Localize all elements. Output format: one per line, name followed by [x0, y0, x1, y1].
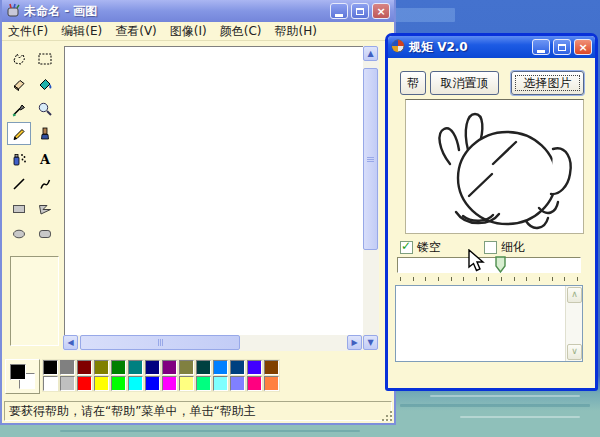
resize-grip[interactable] — [381, 410, 393, 422]
scroll-up-button[interactable]: ∧ — [567, 287, 582, 303]
checkbox-refine[interactable]: 细化 — [484, 239, 525, 256]
tool-airbrush-icon[interactable] — [7, 147, 31, 170]
close-button[interactable]: × — [574, 39, 592, 55]
paint-canvas[interactable] — [64, 46, 364, 336]
palette-row1 — [43, 360, 281, 375]
listbox-scrollbar[interactable]: ∧ ∨ — [565, 286, 582, 361]
color-swatch[interactable] — [213, 376, 228, 391]
color-swatch[interactable] — [230, 376, 245, 391]
minimize-button[interactable] — [330, 3, 348, 19]
thumb-grip — [367, 157, 374, 162]
color-swatch[interactable] — [230, 360, 245, 375]
color-swatch[interactable] — [128, 360, 143, 375]
tool-curve-icon[interactable] — [33, 172, 57, 195]
menu-item[interactable]: 颜色(C) — [220, 23, 262, 40]
canvas-vscrollbar[interactable]: ▲ ▼ — [363, 46, 379, 350]
tool-rectangle-icon[interactable] — [7, 197, 31, 220]
tool-select-icon[interactable] — [33, 47, 57, 70]
menu-item[interactable]: 编辑(E) — [61, 23, 102, 40]
color-swatch[interactable] — [60, 360, 75, 375]
maximize-button[interactable] — [351, 3, 369, 19]
hscroll-thumb[interactable] — [80, 335, 240, 350]
color-swatch[interactable] — [145, 360, 160, 375]
menu-item[interactable]: 帮助(H) — [274, 23, 316, 40]
tool-brush-icon[interactable] — [33, 122, 57, 145]
checkbox-box[interactable] — [400, 241, 413, 254]
scroll-down-button[interactable]: ∨ — [567, 344, 582, 360]
slider-tick — [413, 277, 414, 281]
color-swatch[interactable] — [162, 360, 177, 375]
slider-track[interactable] — [397, 257, 581, 273]
tool-options-box[interactable] — [10, 256, 59, 346]
tool-text-icon[interactable]: A — [33, 147, 57, 170]
select-image-button[interactable]: 选择图片 — [511, 71, 584, 95]
tool-color-picker-icon[interactable] — [7, 97, 31, 120]
wallpaper-streak — [60, 430, 360, 432]
color-swatch[interactable] — [60, 376, 75, 391]
color-swatch[interactable] — [94, 360, 109, 375]
tool-polygon-icon[interactable] — [33, 197, 57, 220]
color-swatch[interactable] — [179, 376, 194, 391]
color-swatch[interactable] — [94, 376, 109, 391]
rabbit-drawing — [406, 100, 583, 233]
color-swatch[interactable] — [213, 360, 228, 375]
color-swatch[interactable] — [77, 376, 92, 391]
tool-window-title-bar[interactable]: 规矩 V2.0 × — [388, 36, 595, 58]
scroll-right-button[interactable]: ▶ — [347, 335, 362, 350]
scroll-up-button[interactable]: ▲ — [363, 46, 378, 61]
tool-rounded-rectangle-icon[interactable] — [33, 222, 57, 245]
tool-eraser-icon[interactable] — [7, 72, 31, 95]
tool-magnifier-icon[interactable] — [33, 97, 57, 120]
paint-title-bar[interactable]: 未命名 - 画图 × — [2, 0, 394, 22]
color-swatch[interactable] — [196, 360, 211, 375]
tool-grid: A — [7, 47, 61, 247]
canvas-hscrollbar[interactable]: ◀ ▶ — [63, 335, 363, 351]
tool-ellipse-icon[interactable] — [7, 222, 31, 245]
color-swatch[interactable] — [111, 360, 126, 375]
cancel-topmost-button[interactable]: 取消置顶 — [430, 71, 499, 95]
help-button[interactable]: 帮 — [400, 71, 426, 95]
color-swatch[interactable] — [247, 360, 262, 375]
vscroll-thumb[interactable] — [363, 68, 378, 250]
menu-item[interactable]: 图像(I) — [170, 23, 207, 40]
close-icon: × — [578, 42, 587, 53]
color-swatch[interactable] — [247, 376, 262, 391]
menu-item[interactable]: 查看(V) — [115, 23, 157, 40]
scroll-down-button[interactable]: ▼ — [363, 335, 378, 350]
color-swatch[interactable] — [145, 376, 160, 391]
tool-line-icon[interactable] — [7, 172, 31, 195]
paint-window: 未命名 - 画图 × 文件(F)编辑(E)查看(V)图像(I)颜色(C)帮助(H… — [0, 0, 396, 425]
result-listbox[interactable]: ∧ ∨ — [395, 285, 583, 362]
color-swatch[interactable] — [43, 360, 58, 375]
color-swatch[interactable] — [162, 376, 177, 391]
color-swatch[interactable] — [111, 376, 126, 391]
foreground-color-swatch[interactable] — [10, 364, 26, 380]
menu-item[interactable]: 文件(F) — [8, 23, 48, 40]
tool-window: 规矩 V2.0 × 帮 取消置顶 选择图片 — [385, 33, 598, 391]
tool-pencil-icon[interactable] — [7, 122, 31, 145]
color-swatch[interactable] — [264, 376, 279, 391]
tool-fill-icon[interactable] — [33, 72, 57, 95]
window-title: 未命名 - 画图 — [24, 3, 327, 20]
slider-thumb[interactable] — [495, 256, 506, 273]
color-palette — [43, 360, 281, 392]
close-icon: × — [376, 6, 385, 17]
checkbox-hollow[interactable]: 镂空 — [400, 239, 441, 256]
slider-tick — [425, 277, 426, 281]
scroll-left-button[interactable]: ◀ — [63, 335, 78, 350]
slider-tick — [514, 277, 515, 281]
close-button[interactable]: × — [372, 3, 390, 19]
desktop: { "desktop": { "wallpaper_top_color": "#… — [0, 0, 600, 437]
color-indicator[interactable] — [5, 359, 40, 394]
minimize-button[interactable] — [532, 39, 550, 55]
status-text: 要获得帮助，请在“帮助”菜单中，单击“帮助主 — [9, 403, 256, 420]
color-swatch[interactable] — [264, 360, 279, 375]
tool-freeform-select-icon[interactable] — [7, 47, 31, 70]
color-swatch[interactable] — [179, 360, 194, 375]
maximize-button[interactable] — [553, 39, 571, 55]
color-swatch[interactable] — [77, 360, 92, 375]
slider-tick — [488, 277, 489, 281]
color-swatch[interactable] — [196, 376, 211, 391]
color-swatch[interactable] — [43, 376, 58, 391]
color-swatch[interactable] — [128, 376, 143, 391]
